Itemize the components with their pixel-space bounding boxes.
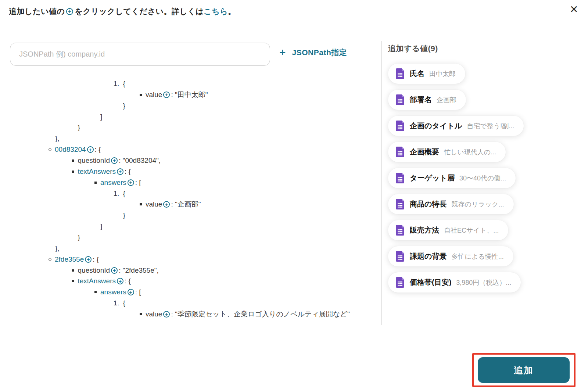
form-document-icon (396, 199, 404, 209)
tree-row: 00d83204+: { (0, 144, 371, 155)
tree-row: 1.{ (0, 298, 371, 309)
square-bullet-icon (72, 171, 74, 173)
value-chip-preview: 既存のリラック... (451, 200, 504, 209)
value-chip-label: 販売方法 (410, 225, 439, 235)
tree-row: value+: "季節限定セット、企業ロゴ入りのノベルティ展開など" (0, 309, 371, 320)
add-value-plus-icon[interactable]: + (163, 92, 170, 98)
tree-row: value+: "企画部" (0, 199, 371, 210)
json-key[interactable]: answers (100, 288, 126, 296)
form-document-icon (396, 147, 404, 157)
json-text: : "2fde355e", (119, 266, 159, 275)
add-button[interactable]: 追加 (478, 357, 570, 383)
value-chip-list: 氏名田中太郎 部署名企画部 企画のタイトル自宅で整う!副... 企画概要忙しい現… (388, 64, 572, 293)
tree-row: 1.{ (0, 188, 371, 199)
json-text: : { (93, 255, 99, 263)
json-text: } (78, 123, 80, 132)
value-chip-label: 価格帯(目安) (410, 277, 451, 287)
tree-row: answers+: [ (0, 177, 371, 188)
value-chip-label: 課題の背景 (410, 251, 447, 261)
value-chip[interactable]: 課題の背景多忙による慢性... (388, 246, 513, 266)
json-key[interactable]: answers (100, 179, 126, 187)
value-chip[interactable]: 企画のタイトル自宅で整う!副... (388, 116, 524, 136)
plus-circle-icon: + (66, 8, 73, 15)
json-text: { (123, 80, 125, 88)
value-chip-preview: 自社ECサイト、... (444, 226, 499, 235)
instruction-text-end: 。 (228, 6, 236, 17)
square-bullet-icon (94, 182, 97, 184)
value-chip[interactable]: 販売方法自社ECサイト、... (388, 220, 508, 240)
json-text: : "季節限定セット、企業ロゴ入りのノベルティ展開など" (171, 309, 349, 319)
selected-values-panel: 追加する値(9) 氏名田中太郎 部署名企画部 企画のタイトル自宅で整う!副... (388, 43, 572, 293)
value-chip-preview: 3,980円（税込）... (456, 278, 511, 287)
json-text: ] (100, 113, 102, 121)
value-chip[interactable]: ターゲット層30〜40代の働... (388, 168, 516, 188)
value-chip[interactable]: 部署名企画部 (388, 90, 466, 110)
value-chip[interactable]: 価格帯(目安)3,980円（税込）... (388, 272, 521, 293)
value-chip[interactable]: 企画概要忙しい現代人の... (388, 142, 506, 162)
jsonpath-input[interactable] (10, 43, 270, 66)
json-key: questionId (78, 266, 110, 275)
json-key[interactable]: 00d83204 (55, 146, 86, 154)
circle-bullet-icon (49, 258, 51, 261)
circle-bullet-icon (49, 148, 51, 151)
jsonpath-add-label: JSONPath指定 (292, 47, 347, 58)
json-text: } (123, 211, 125, 219)
tree-row: }, (0, 243, 371, 254)
add-value-plus-icon[interactable]: + (128, 289, 134, 295)
json-text: } (123, 102, 125, 110)
json-text: { (123, 299, 125, 307)
tree-row: questionId+: "00d83204", (0, 155, 371, 166)
add-value-modal: 追加したい値の + をクリックしてください。詳しくは こちら 。 ✕ + JSO… (0, 0, 588, 391)
json-key[interactable]: textAnswers (78, 168, 116, 176)
instruction-text-before: 追加したい値の (9, 6, 65, 17)
add-value-plus-icon[interactable]: + (163, 311, 170, 318)
tree-row: value+: "田中太郎" (0, 89, 371, 100)
tree-row: } (0, 232, 371, 243)
vertical-divider (381, 41, 382, 325)
json-key[interactable]: 2fde355e (55, 255, 84, 263)
tree-row: answers+: [ (0, 287, 371, 298)
jsonpath-add-button[interactable]: + JSONPath指定 (279, 47, 347, 58)
form-document-icon (396, 68, 404, 79)
add-value-plus-icon[interactable]: + (128, 179, 134, 186)
close-icon[interactable]: ✕ (568, 3, 580, 16)
selected-values-title: 追加する値(9) (388, 43, 572, 54)
tree-row: ] (0, 111, 371, 122)
tree-row: } (0, 210, 371, 221)
add-value-plus-icon[interactable]: + (87, 146, 94, 153)
value-chip[interactable]: 商品の特長既存のリラック... (388, 194, 514, 214)
value-chip-preview: 多忙による慢性... (451, 252, 503, 261)
square-bullet-icon (72, 280, 74, 282)
form-document-icon (396, 121, 404, 131)
json-text: : "00d83204", (119, 157, 161, 165)
add-value-plus-icon[interactable]: + (117, 278, 123, 284)
value-chip-label: ターゲット層 (410, 173, 455, 183)
add-value-plus-icon[interactable]: + (117, 168, 123, 175)
json-text: : { (125, 277, 131, 285)
json-text: : { (125, 168, 131, 176)
form-document-icon (396, 251, 404, 262)
add-value-plus-icon[interactable]: + (111, 157, 118, 164)
add-value-plus-icon[interactable]: + (85, 256, 92, 263)
value-chip-label: 商品の特長 (410, 199, 447, 209)
tree-row: 2fde355e+: { (0, 254, 371, 265)
instruction-text-after: をクリックしてください。詳しくは (75, 6, 204, 17)
json-text: : [ (135, 288, 141, 296)
json-text: { (123, 190, 125, 198)
details-link[interactable]: こちら (204, 6, 228, 17)
value-chip[interactable]: 氏名田中太郎 (388, 64, 465, 84)
json-key[interactable]: textAnswers (78, 277, 116, 285)
json-text: }, (55, 134, 60, 143)
square-bullet-icon (140, 313, 142, 315)
add-value-plus-icon[interactable]: + (111, 267, 118, 274)
json-text: : { (95, 146, 101, 154)
tree-row: } (0, 100, 371, 111)
array-index-label: 1. (114, 190, 123, 198)
tree-row: questionId+: "2fde355e", (0, 265, 371, 276)
square-bullet-icon (140, 203, 142, 205)
json-text: : "企画部" (171, 200, 201, 209)
tree-row: textAnswers+: { (0, 276, 371, 287)
add-value-plus-icon[interactable]: + (163, 201, 170, 208)
square-bullet-icon (140, 94, 142, 96)
json-text: }, (55, 244, 60, 252)
